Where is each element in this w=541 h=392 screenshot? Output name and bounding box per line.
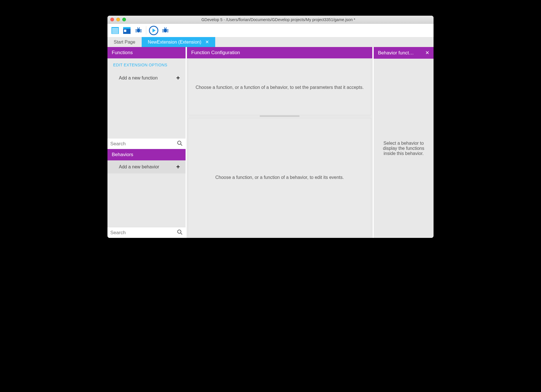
svg-rect-9 — [137, 28, 140, 32]
edit-extension-options-link[interactable]: EDIT EXTENSION OPTIONS — [107, 58, 186, 72]
behavior-functions-panel: Select a behavior to display the functio… — [374, 59, 434, 238]
plus-icon: + — [176, 163, 180, 171]
workspace: Functions EDIT EXTENSION OPTIONS Add a n… — [107, 47, 434, 238]
functions-panel-header: Functions — [107, 47, 186, 58]
left-sidebar: Functions EDIT EXTENSION OPTIONS Add a n… — [107, 47, 186, 238]
scene-button[interactable] — [121, 25, 132, 36]
tab-newextension[interactable]: NewExtension (Extension) ✕ — [142, 37, 215, 47]
svg-rect-2 — [112, 29, 118, 30]
events-placeholder-text: Choose a function, or a function of a be… — [215, 175, 344, 180]
close-icon[interactable]: ✕ — [205, 39, 209, 45]
svg-marker-19 — [152, 28, 156, 32]
behavior-functions-header: Behavior funct… ✕ — [374, 47, 434, 59]
window-title: GDevelop 5 - /Users/florian/Documents/GD… — [126, 17, 431, 22]
add-function-label: Add a new function — [119, 75, 158, 81]
plus-icon: + — [176, 74, 180, 82]
search-input[interactable] — [110, 230, 177, 236]
behaviors-panel-header: Behaviors — [107, 149, 186, 160]
behaviors-search[interactable] — [107, 227, 186, 238]
svg-point-29 — [178, 141, 181, 144]
tab-start-page[interactable]: Start Page — [107, 37, 142, 47]
svg-rect-3 — [112, 30, 118, 31]
play-button[interactable] — [148, 25, 159, 36]
behavior-placeholder-text: Select a behavior to display the functio… — [379, 141, 428, 156]
project-manager-button[interactable] — [110, 25, 121, 36]
minimize-window-button[interactable] — [116, 18, 120, 21]
svg-point-31 — [178, 230, 181, 233]
function-config-header: Function Configuration — [187, 47, 372, 58]
titlebar: GDevelop 5 - /Users/florian/Documents/GD… — [107, 16, 434, 24]
svg-rect-7 — [123, 27, 131, 29]
svg-rect-5 — [112, 33, 118, 33]
search-icon — [177, 140, 183, 147]
svg-line-32 — [181, 233, 182, 234]
resize-handle[interactable] — [260, 115, 300, 117]
panel-title: Behavior funct… — [378, 50, 414, 56]
svg-rect-4 — [112, 32, 118, 32]
debug-button[interactable] — [133, 25, 144, 36]
panel-title: Behaviors — [112, 152, 133, 158]
function-events-panel: Choose a function, or a function of a be… — [188, 118, 371, 237]
toolbar-separator — [146, 26, 146, 35]
function-config-panel: Choose a function, or a function of a be… — [188, 60, 371, 115]
functions-search[interactable] — [107, 138, 186, 149]
svg-rect-1 — [112, 28, 118, 29]
maximize-window-button[interactable] — [122, 18, 126, 21]
app-window: GDevelop 5 - /Users/florian/Documents/GD… — [107, 16, 434, 238]
functions-list-empty — [107, 85, 186, 138]
config-placeholder-text: Choose a function, or a function of a be… — [196, 85, 364, 90]
svg-line-30 — [181, 144, 182, 146]
center-column: Function Configuration Choose a function… — [187, 47, 373, 238]
add-behavior-button[interactable]: Add a new behavior + — [107, 160, 186, 173]
panel-title: Function Configuration — [191, 50, 240, 56]
window-controls — [110, 18, 126, 21]
panel-title: Functions — [112, 50, 133, 56]
right-sidebar: Behavior funct… ✕ Select a behavior to d… — [374, 47, 434, 238]
close-icon[interactable]: ✕ — [425, 50, 429, 56]
tab-bar: Start Page NewExtension (Extension) ✕ — [107, 37, 434, 47]
behaviors-list-empty — [107, 173, 186, 227]
search-icon — [177, 229, 183, 236]
tab-label: NewExtension (Extension) — [148, 40, 202, 45]
svg-rect-20 — [164, 28, 167, 32]
add-behavior-label: Add a new behavior — [119, 164, 159, 170]
close-window-button[interactable] — [110, 18, 114, 21]
tab-label: Start Page — [114, 40, 135, 45]
add-function-button[interactable]: Add a new function + — [107, 72, 186, 85]
search-input[interactable] — [110, 141, 177, 147]
debug-play-button[interactable] — [160, 25, 171, 36]
toolbar — [107, 24, 434, 37]
svg-rect-8 — [124, 30, 126, 32]
